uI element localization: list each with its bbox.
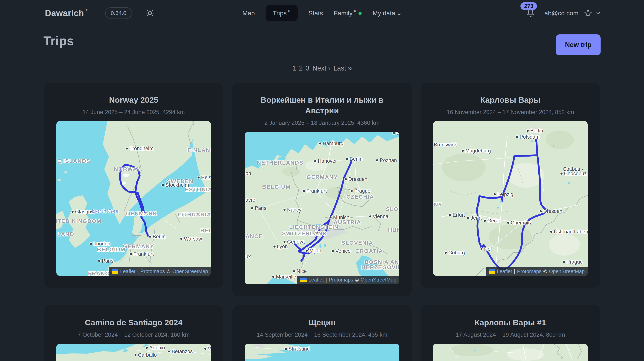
trip-dates: 14 September 2024 – 16 September 2024, 4… — [257, 331, 387, 338]
city-dot — [540, 210, 542, 212]
trip-title: Camino de Santiago 2024 — [85, 317, 182, 328]
pagination-link[interactable]: 2 — [299, 64, 303, 72]
map-city-label: Ústí nad Labem — [550, 229, 588, 235]
trip-map[interactable] — [433, 344, 588, 361]
trip-card[interactable]: Карловы Вары #1 17 August 2024 – 19 Augu… — [421, 305, 600, 361]
map-city-label: Hanover — [314, 158, 337, 164]
openstreetmap-link[interactable]: OpenStreetMap — [360, 277, 396, 283]
user-email[interactable]: ab@cd.com — [544, 9, 578, 17]
city-dot — [376, 159, 378, 161]
city-dot — [351, 190, 353, 192]
map-city-label: Vienna — [369, 214, 388, 219]
trip-card[interactable]: Щецин 14 September 2024 – 16 September 2… — [232, 305, 412, 361]
app-alpha-badge: α — [86, 7, 89, 13]
map-country-label: ESTONIA — [185, 186, 211, 193]
trip-map[interactable]: E ISLANDSTrondheimFINLANDNORWAYHelsinSWE… — [56, 121, 211, 276]
openstreetmap-link[interactable]: OpenStreetMap — [172, 269, 208, 274]
nav-item-stats[interactable]: Stats — [308, 9, 323, 17]
theme-toggle-button[interactable] — [145, 8, 155, 18]
nav-item-trips[interactable]: Tripsα — [266, 5, 298, 21]
trip-card[interactable]: Воркейшен в Италии и лыжи в Австрии 2 Ja… — [232, 83, 412, 296]
map-city-label: ux — [246, 253, 251, 259]
city-dot — [480, 248, 483, 250]
map-attribution: Leaflet|Protomaps©OpenStreetMap — [297, 276, 399, 284]
trip-map[interactable]: Stralsund — [245, 344, 399, 361]
new-trip-button[interactable]: New trip — [556, 34, 600, 55]
pagination-link[interactable]: Last » — [334, 64, 352, 72]
leaflet-link[interactable]: Leaflet — [308, 277, 324, 283]
copyright-symbol: © — [543, 269, 547, 274]
map-country-label: LIECHTENSTEIN — [289, 224, 339, 230]
city-dot — [134, 354, 136, 356]
city-dot — [284, 209, 286, 211]
map-country-label: LAND — [57, 231, 74, 237]
city-dot — [293, 270, 295, 272]
trip-map[interactable]: GdHamburgNETHERLANDSHanoverBerlinPoznano… — [245, 132, 399, 284]
openstreetmap-link[interactable]: OpenStreetMap — [549, 269, 585, 274]
city-dot — [330, 216, 332, 218]
chevron-down-icon — [595, 10, 601, 16]
trip-card[interactable]: Карловы Вары 16 November 2024 – 17 Novem… — [421, 83, 600, 288]
main-nav: MapTripsαStatsFamilyαMy data — [242, 5, 402, 21]
ukraine-flag-icon — [112, 269, 118, 274]
nav-item-my-data[interactable]: My data — [372, 9, 402, 17]
city-dot — [285, 348, 287, 350]
map-city-label: Berlin — [526, 128, 543, 134]
map-country-label: BELA — [200, 227, 211, 234]
map-city-label: Paris — [98, 258, 114, 264]
map-city-label: Leipzig — [494, 192, 513, 197]
favorite-button[interactable] — [583, 8, 593, 18]
notifications-count-badge: 273 — [520, 2, 537, 10]
leaflet-link[interactable]: Leaflet — [120, 269, 135, 274]
city-dot — [560, 172, 562, 175]
map-country-label: SWITZERLAND — [282, 230, 327, 237]
protomaps-link[interactable]: Protomaps — [140, 269, 165, 274]
city-dot — [369, 216, 371, 218]
map-city-label: Marseille — [272, 274, 296, 280]
pagination-link[interactable]: 3 — [306, 64, 310, 72]
city-dot — [180, 238, 182, 240]
city-dot — [467, 217, 469, 219]
map-city-label: Brunswick — [434, 142, 457, 148]
map-city-label: Prague — [351, 188, 370, 194]
map-country-label: FINLAND — [188, 147, 211, 153]
map-city-label: Jena — [467, 215, 482, 221]
trip-card[interactable]: Camino de Santiago 2024 7 October 2024 –… — [44, 305, 223, 361]
protomaps-link[interactable]: Protomaps — [517, 269, 542, 274]
pagination-link[interactable]: Next › — [312, 64, 330, 72]
leaflet-link[interactable]: Leaflet — [497, 269, 512, 274]
city-dot — [303, 190, 305, 192]
map-country-label: GERMANY — [123, 243, 154, 250]
map-city-label: Frankfurt — [303, 188, 327, 194]
city-dot — [332, 250, 334, 252]
trip-dates: 2 January 2025 – 18 January 2025, 4360 k… — [264, 119, 380, 126]
city-dot — [204, 348, 206, 350]
notifications-button[interactable]: 273 — [525, 8, 536, 18]
trip-map[interactable]: ArteixoBetanzosVilaCarballo — [56, 344, 211, 361]
trip-map[interactable]: BerlinPotsdamBrunswickMagdeburgCottbus -… — [433, 121, 588, 276]
map-city-label: Magdeburg — [462, 148, 491, 154]
city-dot — [284, 241, 286, 243]
user-menu-button[interactable] — [595, 10, 601, 16]
map-city-label: Erfurt — [449, 212, 465, 218]
nav-item-family[interactable]: Familyα — [334, 9, 362, 17]
map-city-label: Vila — [204, 346, 211, 352]
map-city-label: Arteixo — [146, 345, 165, 351]
map-city-label: Berlin — [346, 156, 362, 162]
attribution-separator: | — [514, 269, 515, 274]
map-country-label: CZECHIA — [346, 194, 374, 200]
trip-card[interactable]: Norway 2025 14 June 2025 – 24 June 2025,… — [44, 83, 223, 288]
pagination-link[interactable]: 1 — [292, 64, 296, 72]
map-country-label: SLOVA — [386, 206, 399, 212]
ukraine-flag-icon — [300, 278, 307, 282]
city-dot — [550, 231, 552, 233]
protomaps-link[interactable]: Protomaps — [329, 277, 353, 283]
trip-dates: 17 August 2024 – 19 August 2024, 809 km — [456, 331, 565, 338]
city-dot — [146, 347, 148, 349]
map-country-label: ANCE — [246, 233, 263, 239]
map-sea-label: North Sea — [92, 208, 119, 214]
map-city-label: Gd — [393, 132, 399, 136]
app-logo[interactable]: Dawarich α — [45, 8, 89, 18]
nav-item-map[interactable]: Map — [242, 9, 255, 17]
map-attribution: Leaflet|Protomaps©OpenStreetMap — [109, 267, 211, 276]
